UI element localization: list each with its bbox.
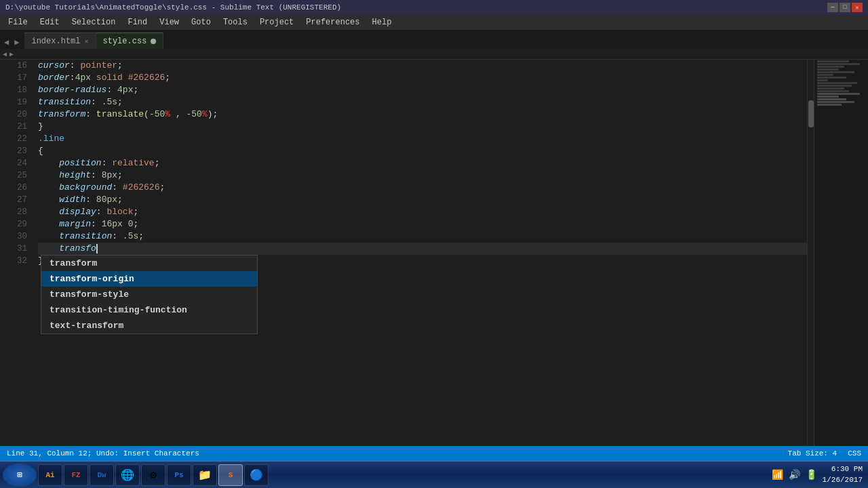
title-text: D:\youtube Tutorials\AnimatedToggle\styl…	[5, 3, 341, 12]
code-line-20[interactable]: transform: translate(-50% , -50%);	[38, 108, 807, 121]
autocomplete-dropdown[interactable]: transformtransform-origintransform-style…	[41, 255, 258, 334]
code-line-30[interactable]: transition: .5s;	[38, 230, 807, 243]
tab-label-style: style.css	[103, 37, 147, 46]
code-line-21[interactable]: }	[38, 121, 807, 133]
line-number-17: 17	[0, 72, 27, 84]
code-line-25[interactable]: height: 8px;	[38, 169, 807, 182]
line-number-31: 31	[0, 243, 27, 255]
gutter-arrow-left[interactable]: ◀	[3, 50, 7, 58]
clock[interactable]: 6:30 PM 1/26/2017	[823, 464, 863, 485]
minimap-line	[817, 90, 849, 92]
menu-item-edit[interactable]: Edit	[35, 16, 65, 28]
autocomplete-item-3[interactable]: transition-timing-function	[41, 302, 257, 318]
taskbar-app-ie[interactable]: 🌐	[115, 464, 140, 486]
code-line-17[interactable]: border:4px solid #262626;	[38, 72, 807, 84]
line-number-21: 21	[0, 121, 27, 133]
menu-item-tools[interactable]: Tools	[218, 16, 253, 28]
tray-volume-icon[interactable]: 🔊	[789, 469, 800, 481]
menu-item-selection[interactable]: Selection	[66, 16, 121, 28]
tab-style-css[interactable]: style.css	[96, 33, 164, 49]
code-line-24[interactable]: position: relative;	[38, 157, 807, 169]
vertical-scrollbar[interactable]	[807, 60, 814, 446]
minimap-line	[817, 104, 842, 106]
code-line-31[interactable]: transfo	[38, 243, 807, 255]
clock-date: 1/26/2017	[823, 475, 863, 485]
menu-item-file[interactable]: File	[3, 16, 33, 28]
autocomplete-item-4[interactable]: text-transform	[41, 318, 257, 333]
minimap-line	[817, 87, 844, 89]
minimap-line	[817, 82, 857, 84]
code-line-19[interactable]: transition: .5s;	[38, 96, 807, 108]
taskbar-app-photoshop[interactable]: Ps	[167, 464, 191, 486]
taskbar-app-chrome[interactable]: 🔵	[244, 464, 269, 486]
minimap-line	[817, 93, 860, 95]
taskbar-app-dreamweaver[interactable]: Dw	[90, 464, 114, 486]
line-number-25: 25	[0, 169, 27, 182]
start-button[interactable]: ⊞	[3, 464, 37, 487]
code-line-22[interactable]: .line	[38, 133, 807, 145]
gutter-arrow-right[interactable]: ▶	[9, 50, 14, 58]
window-controls: ─ □ ✕	[827, 3, 863, 12]
menu-item-find[interactable]: Find	[122, 16, 153, 28]
code-area[interactable]: cursor: pointer;border:4px solid #262626…	[33, 60, 807, 446]
minimap-line	[817, 85, 852, 87]
code-line-23[interactable]: {	[38, 145, 807, 157]
tab-nav-next[interactable]: ▶	[12, 36, 22, 49]
minimap-line	[817, 63, 860, 65]
line-numbers: 1617181920212223242526272829303132	[0, 60, 33, 446]
minimap-line	[817, 66, 844, 68]
status-right: Tab Size: 4 CSS	[788, 449, 861, 458]
line-number-30: 30	[0, 230, 27, 243]
menu-bar: FileEditSelectionFindViewGotoToolsProjec…	[0, 15, 868, 30]
autocomplete-item-2[interactable]: transform-style	[41, 287, 257, 302]
line-number-29: 29	[0, 218, 27, 230]
line-number-20: 20	[0, 108, 27, 121]
editor-container: 1617181920212223242526272829303132 curso…	[0, 60, 868, 446]
code-line-18[interactable]: border-radius: 4px;	[38, 84, 807, 96]
code-line-16[interactable]: cursor: pointer;	[38, 60, 807, 72]
minimap-line	[817, 68, 839, 70]
close-button[interactable]: ✕	[852, 3, 863, 12]
tab-modified-indicator	[151, 39, 156, 44]
autocomplete-item-1[interactable]: transform-origin	[41, 271, 257, 287]
status-left: Line 31, Column 12; Undo: Insert Charact…	[7, 449, 199, 458]
line-number-23: 23	[0, 145, 27, 157]
code-line-26[interactable]: background: #262626;	[38, 182, 807, 194]
status-bar: Line 31, Column 12; Undo: Insert Charact…	[0, 446, 868, 461]
scrollbar-thumb	[808, 100, 814, 127]
maximize-button[interactable]: □	[840, 3, 850, 12]
line-number-26: 26	[0, 182, 27, 194]
status-position: Line 31, Column 12; Undo: Insert Charact…	[7, 449, 199, 458]
minimap-line	[817, 96, 839, 98]
line-number-28: 28	[0, 206, 27, 218]
minimize-button[interactable]: ─	[827, 3, 838, 12]
tab-nav-prev[interactable]: ◀	[1, 36, 12, 49]
menu-item-project[interactable]: Project	[254, 16, 299, 28]
status-language: CSS	[848, 449, 861, 458]
autocomplete-item-0[interactable]: transform	[41, 256, 257, 271]
minimap-line	[817, 60, 849, 62]
menu-item-preferences[interactable]: Preferences	[300, 16, 365, 28]
status-tab-size: Tab Size: 4	[788, 449, 837, 458]
taskbar-app-app5[interactable]: ⚙	[141, 464, 165, 486]
line-number-27: 27	[0, 194, 27, 206]
menu-item-help[interactable]: Help	[367, 16, 397, 28]
code-line-29[interactable]: margin: 16px 0;	[38, 218, 807, 230]
tab-close-index[interactable]: ✕	[84, 37, 88, 45]
menu-item-goto[interactable]: Goto	[186, 16, 216, 28]
line-number-24: 24	[0, 157, 27, 169]
tray-network-icon[interactable]: 📶	[772, 469, 783, 481]
taskbar: ⊞ Ai FZ Dw 🌐 ⚙ Ps 📁 S 🔵 📶 🔊 🔋 6:30 PM 1/…	[0, 461, 868, 488]
tab-index-html[interactable]: index.html ✕	[24, 33, 96, 49]
tray-battery-icon[interactable]: 🔋	[806, 469, 817, 481]
taskbar-app-folder[interactable]: 📁	[193, 464, 217, 486]
taskbar-right: 📶 🔊 🔋 6:30 PM 1/26/2017	[772, 464, 865, 485]
taskbar-app-illustrator[interactable]: Ai	[38, 464, 62, 486]
code-line-27[interactable]: width: 80px;	[38, 194, 807, 206]
menu-item-view[interactable]: View	[154, 16, 184, 28]
code-line-28[interactable]: display: block;	[38, 206, 807, 218]
tab-bar: ◀ ▶ index.html ✕ style.css	[0, 30, 868, 49]
taskbar-app-filezilla[interactable]: FZ	[64, 464, 88, 486]
tab-label-index: index.html	[31, 37, 80, 46]
taskbar-app-sublime[interactable]: S	[218, 464, 243, 486]
